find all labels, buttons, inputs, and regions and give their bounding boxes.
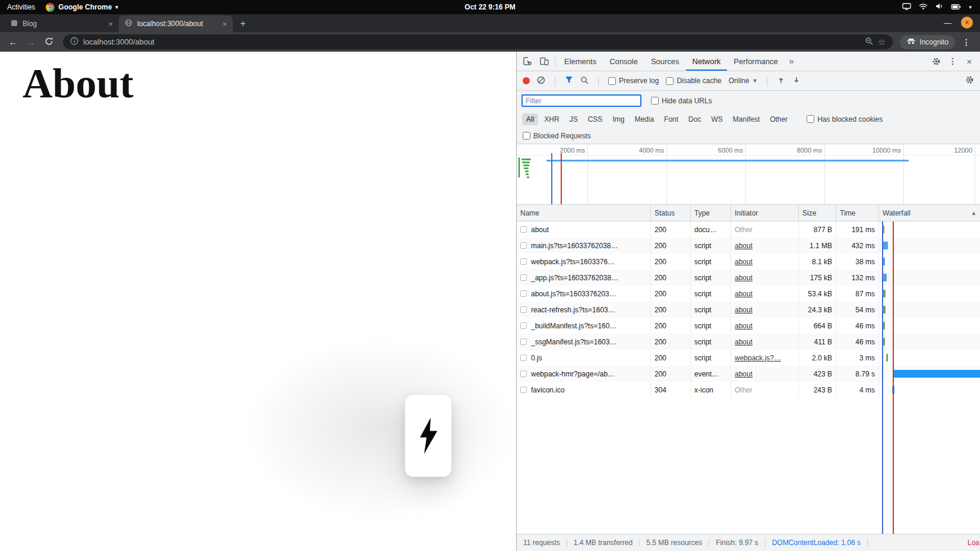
request-size: 877 B [799,221,836,238]
tab-blog[interactable]: Blog × [5,15,119,32]
devtools-tab-elements[interactable]: Elements [558,52,603,71]
column-header-time[interactable]: Time [836,205,879,221]
record-button[interactable] [523,77,530,84]
initiator-link[interactable]: about [735,258,753,266]
clock[interactable]: Oct 22 9:16 PM [464,3,515,11]
network-table-row[interactable]: about.js?ts=1603376203…200scriptabout53.… [517,286,980,302]
initiator-link[interactable]: webpack.js?… [735,354,781,362]
window-minimize-button[interactable]: — [944,18,951,27]
devtools-tab-performance[interactable]: Performance [727,52,784,71]
zoom-icon[interactable] [865,37,873,47]
filter-type-js[interactable]: JS [565,113,582,125]
column-header-type[interactable]: Type [691,205,731,221]
devtools-tab-sources[interactable]: Sources [644,52,686,71]
wifi-icon[interactable] [919,3,928,12]
volume-icon[interactable] [935,3,943,11]
browser-menu-icon[interactable]: ⋮ [959,37,974,47]
filter-type-img[interactable]: Img [608,113,628,125]
devtools-tab-network[interactable]: Network [686,52,728,71]
disable-cache-input[interactable] [666,77,674,85]
blog-tab-favicon [11,20,18,28]
network-table-row[interactable]: react-refresh.js?ts=1603…200scriptabout2… [517,302,980,318]
display-icon[interactable] [902,3,911,12]
battery-icon[interactable] [951,3,961,11]
filter-type-xhr[interactable]: XHR [540,113,563,125]
has-blocked-cookies-input[interactable] [807,115,814,123]
network-table-row[interactable]: _ssgManifest.js?ts=1603…200scriptabout41… [517,334,980,350]
network-table-row[interactable]: 0.js200scriptwebpack.js?…2.0 kB3 ms [517,350,980,366]
column-header-waterfall[interactable]: Waterfall▲ [879,205,980,221]
address-bar[interactable]: localhost:3000/about ☆ [63,34,893,49]
site-info-icon[interactable] [70,37,78,47]
filter-type-ws[interactable]: WS [707,113,726,125]
devtools-tab-console[interactable]: Console [603,52,644,71]
inspect-element-icon[interactable] [519,52,536,71]
network-table-row[interactable]: webpack.js?ts=1603376…200scriptabout8.1 … [517,254,980,270]
overview-bar [524,167,529,169]
load-time: Loa [963,539,980,547]
tab-close-icon[interactable]: × [108,20,113,28]
network-table-row[interactable]: _app.js?ts=16033762038…200scriptabout175… [517,270,980,286]
initiator-link[interactable]: about [735,274,753,282]
throttling-dropdown[interactable]: Online▼ [729,77,758,85]
network-table-row[interactable]: webpack-hmr?page=/ab…200event…about423 B… [517,366,980,382]
app-menu[interactable]: Google Chrome ▾ [46,3,118,12]
column-header-size[interactable]: Size [799,205,836,221]
blocked-requests-checkbox[interactable]: Blocked Requests [523,132,591,140]
lightning-indicator-card[interactable] [405,395,451,477]
initiator-link[interactable]: about [735,306,753,314]
hide-data-urls-input[interactable] [651,97,659,104]
network-table-row[interactable]: main.js?ts=16033762038…200scriptabout1.1… [517,238,980,254]
devtools-close-icon[interactable]: × [961,52,978,71]
network-table-row[interactable]: favicon.ico304x-iconOther243 B4 ms [517,382,980,398]
column-header-initiator[interactable]: Initiator [731,205,799,221]
column-header-name[interactable]: Name [517,205,651,221]
preserve-log-input[interactable] [608,77,616,85]
filter-type-media[interactable]: Media [630,113,658,125]
back-button[interactable]: ← [6,37,20,47]
filter-funnel-icon[interactable] [565,76,573,86]
hide-data-urls-checkbox[interactable]: Hide data URLs [651,97,712,105]
filter-type-doc[interactable]: Doc [684,113,705,125]
network-overview[interactable]: 2000 ms4000 ms6000 ms8000 ms10000 ms1200… [517,144,980,205]
filter-type-all[interactable]: All [522,113,538,125]
initiator-link[interactable]: about [735,290,753,298]
column-header-status[interactable]: Status [651,205,691,221]
import-har-icon[interactable] [777,76,785,86]
more-tabs-icon[interactable]: » [785,52,799,71]
forward-button[interactable]: → [24,37,38,47]
initiator-link[interactable]: about [735,322,753,330]
initiator-cell: about [731,366,799,382]
device-toolbar-icon[interactable] [536,52,552,71]
preserve-log-checkbox[interactable]: Preserve log [608,77,659,85]
filter-type-font[interactable]: Font [660,113,682,125]
blocked-requests-input[interactable] [523,132,530,140]
initiator-link[interactable]: about [735,242,753,250]
clear-icon[interactable] [537,76,545,86]
search-icon[interactable] [580,76,589,86]
network-table-row[interactable]: about200docu…Other877 B191 ms [517,221,980,238]
filter-type-css[interactable]: CSS [584,113,607,125]
filter-input[interactable] [521,94,641,107]
chevron-down-icon[interactable]: ▾ [969,4,972,10]
disable-cache-checkbox[interactable]: Disable cache [666,77,721,85]
waterfall-cell [879,238,980,254]
devtools-settings-gear-icon[interactable] [928,52,944,71]
filter-type-manifest[interactable]: Manifest [729,113,764,125]
network-table-row[interactable]: _buildManifest.js?ts=160…200scriptabout6… [517,318,980,334]
export-har-icon[interactable] [792,76,801,86]
activities-button[interactable]: Activities [7,3,35,11]
has-blocked-cookies-checkbox[interactable]: Has blocked cookies [807,115,883,124]
window-close-button[interactable]: × [961,17,973,28]
reload-button[interactable] [42,37,56,48]
filter-type-other[interactable]: Other [766,113,792,125]
initiator-link[interactable]: about [735,370,753,378]
bookmark-star-icon[interactable]: ☆ [878,37,886,48]
devtools-menu-icon[interactable]: ⋮ [944,52,961,71]
tab-close-icon[interactable]: × [222,20,227,28]
initiator-link[interactable]: about [735,338,753,346]
network-requests-table: NameStatusTypeInitiatorSizeTimeWaterfall… [517,205,980,534]
new-tab-button[interactable]: + [235,16,251,31]
network-settings-gear-icon[interactable] [965,75,974,86]
tab-localhost-about[interactable]: localhost:3000/about × [119,15,233,32]
